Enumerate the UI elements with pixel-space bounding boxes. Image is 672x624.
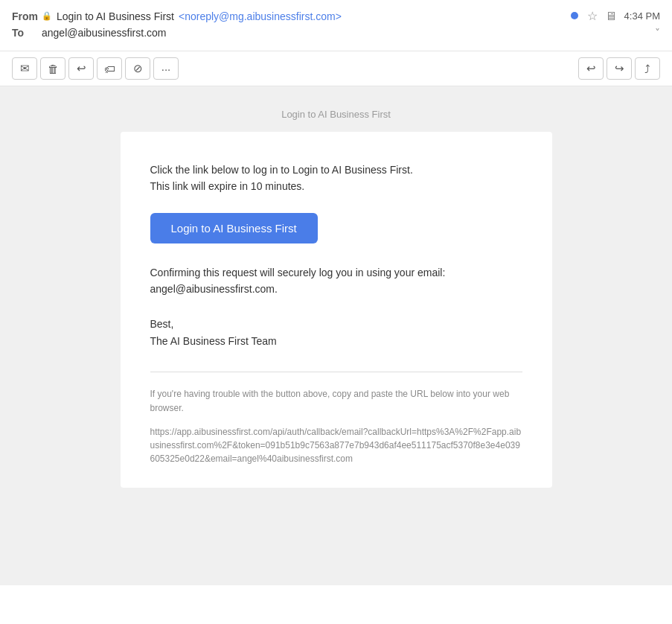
confirm-email: angel@aibusinessfirst.com. bbox=[150, 283, 278, 295]
regards-line1: Best, bbox=[150, 318, 174, 330]
email-header: From 🔒 Login to AI Business First <norep… bbox=[0, 0, 672, 51]
toolbar-right: ↩ ↪ ⤴ bbox=[578, 57, 660, 80]
label-button[interactable]: 🏷 bbox=[97, 57, 122, 80]
header-actions: ☆ 🖥 4:34 PM bbox=[568, 9, 660, 23]
filter-button[interactable]: ⊘ bbox=[125, 57, 150, 80]
email-card: Click the link below to log in to Login … bbox=[121, 132, 552, 488]
notification-wrapper bbox=[568, 10, 580, 22]
confirm-text: Confirming this request will securely lo… bbox=[150, 264, 522, 298]
from-name: Login to AI Business First bbox=[57, 10, 174, 22]
reply-all-button[interactable]: ↪ bbox=[607, 57, 632, 80]
toolbar-left: ✉ 🗑 ↩ 🏷 ⊘ ··· bbox=[12, 57, 179, 80]
archive-button[interactable]: ✉ bbox=[12, 57, 37, 80]
regards-text: Best, The AI Business First Team bbox=[150, 316, 522, 351]
confirm-text-line1: Confirming this request will securely lo… bbox=[150, 267, 446, 278]
from-label: From bbox=[12, 10, 42, 22]
email-body-area: Login to AI Business First Click the lin… bbox=[0, 86, 672, 585]
storage-icon[interactable]: 🖥 bbox=[605, 10, 617, 23]
email-subject: Login to AI Business First bbox=[0, 109, 672, 120]
footer-text: If you're having trouble with the button… bbox=[150, 387, 522, 416]
more-button[interactable]: ··· bbox=[153, 57, 179, 80]
regards-line2: The AI Business First Team bbox=[150, 335, 277, 347]
body-line1: Click the link below to log in to Login … bbox=[150, 164, 413, 176]
toolbar: ✉ 🗑 ↩ 🏷 ⊘ ··· ↩ ↪ ⤴ bbox=[0, 51, 672, 86]
footer-url: https://app.aibusinessfirst.com/api/auth… bbox=[150, 425, 522, 465]
to-label: To bbox=[12, 26, 42, 39]
login-to-business-first-button[interactable]: Login to AI Business First bbox=[150, 213, 318, 243]
reply-button[interactable]: ↩ bbox=[578, 57, 604, 80]
from-email-link[interactable]: <noreply@mg.aibusinessfirst.com> bbox=[179, 10, 342, 22]
body-line2: This link will expire in 10 minutes. bbox=[150, 180, 305, 192]
to-email: angel@aibusinessfirst.com bbox=[42, 27, 649, 39]
divider bbox=[150, 372, 522, 372]
to-chevron-icon[interactable]: ˅ bbox=[655, 27, 660, 39]
lock-icon: 🔒 bbox=[42, 11, 52, 21]
star-icon[interactable]: ☆ bbox=[587, 9, 598, 23]
notification-dot bbox=[571, 12, 578, 19]
to-row: To angel@aibusinessfirst.com ˅ bbox=[12, 26, 660, 39]
body-text: Click the link below to log in to Login … bbox=[150, 162, 522, 195]
delete-button[interactable]: 🗑 bbox=[40, 57, 65, 80]
move-button[interactable]: ↩ bbox=[68, 57, 94, 80]
email-time: 4:34 PM bbox=[624, 10, 660, 22]
forward-button[interactable]: ⤴ bbox=[635, 57, 660, 80]
from-value: 🔒 Login to AI Business First <noreply@mg… bbox=[42, 10, 568, 22]
